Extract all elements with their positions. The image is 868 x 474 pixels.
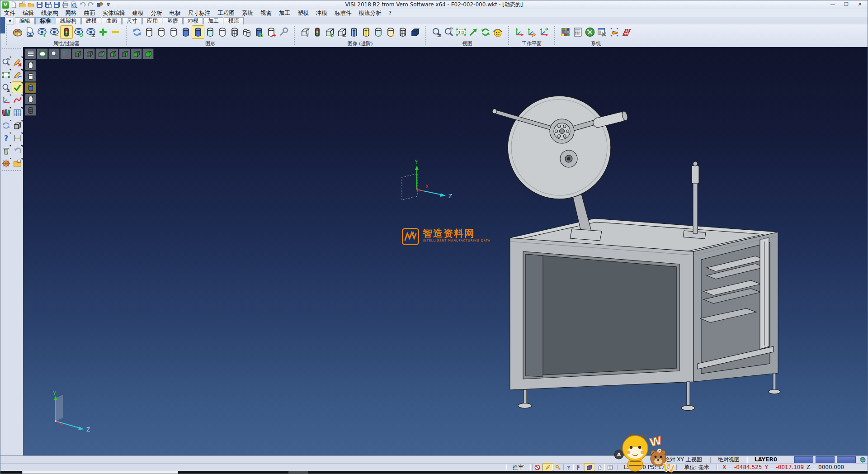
refresh-cylinder-icon[interactable]: ↻ — [253, 26, 265, 38]
validate-check-icon[interactable] — [12, 82, 23, 93]
flags-icon[interactable] — [574, 464, 584, 471]
zoom-one-to-one-icon[interactable]: 1:1 — [455, 26, 467, 38]
filter-page-icon[interactable] — [24, 26, 36, 38]
hidden-line-cylinder-icon[interactable] — [156, 26, 167, 38]
hide-all-icon[interactable] — [109, 26, 121, 38]
refresh-view-icon[interactable] — [480, 26, 491, 38]
draw-spline-icon[interactable] — [12, 69, 23, 80]
menu-item-分析[interactable]: 分析 — [147, 9, 166, 17]
active-layer-label[interactable]: LAYER0 — [749, 456, 783, 463]
context-help-icon[interactable]: ? — [563, 464, 574, 471]
add-image-cube-icon[interactable]: + — [299, 26, 311, 38]
view-top-icon[interactable] — [72, 48, 83, 59]
tab-标准[interactable]: 标准 — [35, 17, 55, 24]
view-front-icon[interactable] — [131, 48, 142, 59]
regenerate-icon[interactable] — [1, 120, 11, 131]
menu-item-网格[interactable]: 网格 — [62, 9, 80, 17]
solid-navy-cube-icon[interactable] — [409, 26, 421, 38]
close-button[interactable]: ✕ — [853, 0, 867, 9]
edit-curve-icon[interactable] — [12, 95, 23, 105]
menu-item-视窗[interactable]: 视窗 — [257, 9, 275, 17]
windows-taskbar[interactable] — [0, 471, 868, 474]
taskbar-segment[interactable] — [288, 471, 308, 474]
menu-item-加工[interactable]: 加工 — [275, 9, 294, 17]
menu-item-曲面[interactable]: 曲面 — [80, 9, 99, 17]
transparent-cylinder-icon[interactable] — [204, 26, 216, 38]
tabbar-dropdown[interactable]: ▼ — [6, 18, 14, 24]
refresh-image-icon[interactable]: ↻ — [324, 26, 335, 38]
menu-item-尺寸标注[interactable]: 尺寸标注 — [184, 9, 214, 17]
maximize-button[interactable]: ❐ — [840, 0, 853, 9]
tab-曲面[interactable]: 曲面 — [102, 17, 122, 24]
layers-books-icon[interactable] — [1, 107, 11, 118]
tab-线架构[interactable]: 线架构 — [56, 17, 81, 24]
solid-cube-icon[interactable] — [12, 120, 23, 131]
attributes-palette-icon[interactable] — [12, 26, 24, 38]
menu-item-文件[interactable]: 文件 — [0, 9, 19, 17]
menu-item-系统[interactable]: 系统 — [238, 9, 257, 17]
undo-icon[interactable] — [79, 1, 86, 9]
render-smiley-icon[interactable] — [492, 26, 504, 38]
view-axes-icon[interactable] — [60, 48, 71, 59]
open-file-icon[interactable] — [19, 1, 26, 9]
view-bottom-icon[interactable] — [84, 48, 95, 59]
tab-模流[interactable]: 模流 — [224, 17, 244, 24]
zoom-extents-icon[interactable] — [467, 26, 479, 38]
layer-color-swatches[interactable] — [794, 456, 856, 463]
redo-icon[interactable] — [87, 1, 95, 9]
globe-icon[interactable] — [859, 456, 866, 463]
tab-编辑[interactable]: 编辑 — [15, 17, 35, 24]
menu-item-电极[interactable]: 电极 — [166, 9, 184, 17]
attributes-manager-icon[interactable] — [572, 26, 584, 38]
view-zoom-icon[interactable] — [48, 48, 60, 59]
view-iso-icon[interactable] — [142, 48, 154, 59]
absolute-view-label[interactable]: 绝对视图 — [712, 456, 745, 464]
menu-item-标准件[interactable]: 标准件 — [331, 9, 355, 17]
access-key-icon[interactable] — [553, 464, 563, 471]
view-back-icon[interactable] — [95, 48, 107, 59]
ucs-cube-icon[interactable] — [584, 464, 594, 471]
select-box-icon[interactable] — [1, 69, 11, 80]
app-badge-icon[interactable] — [96, 1, 104, 9]
save-as-icon[interactable] — [44, 1, 52, 9]
workplane-edit-icon[interactable] — [526, 26, 538, 38]
viewport-3d[interactable]: Y Z X Y Z — [23, 47, 868, 455]
toggle-image-icon[interactable]: ± — [336, 26, 348, 38]
wcs-axes-icon[interactable] — [1, 95, 11, 105]
grid-plane-icon[interactable] — [621, 26, 632, 38]
measure-distance-icon[interactable] — [12, 133, 23, 143]
workplane-axes-icon[interactable] — [514, 26, 525, 38]
snap-circle-icon[interactable] — [532, 464, 542, 471]
layer-swatch[interactable] — [816, 456, 835, 463]
shaded-small-cylinder-icon[interactable] — [180, 26, 192, 38]
layer-swatch[interactable] — [837, 456, 856, 463]
print-icon[interactable] — [61, 1, 69, 9]
regen-graphics-icon[interactable] — [131, 26, 143, 38]
open-model-icon[interactable] — [12, 158, 23, 169]
tab-应用[interactable]: 应用 — [142, 17, 162, 24]
lock-toggle-label[interactable]: 拴牢 — [508, 464, 528, 471]
menu-item-模流分析[interactable]: 模流分析 — [355, 9, 385, 17]
image-traffic-icon[interactable] — [311, 26, 323, 38]
snap-feather-icon[interactable] — [542, 464, 553, 471]
shading-edges-icon[interactable] — [25, 94, 36, 104]
viewbar-menu-icon[interactable] — [25, 48, 36, 59]
system-settings-icon[interactable] — [584, 26, 596, 38]
menu-item-建模[interactable]: 建模 — [129, 9, 147, 17]
arrow-cylinder-icon[interactable]: → — [265, 26, 277, 38]
navigator-helm-icon[interactable] — [1, 158, 11, 169]
invert-visibility-icon[interactable]: ± — [85, 26, 97, 38]
graphics-settings-icon[interactable] — [278, 26, 289, 38]
undo-arrow-icon[interactable] — [12, 145, 23, 156]
view-select-icon[interactable] — [37, 48, 48, 59]
zoom-search-icon[interactable] — [1, 57, 11, 67]
erase-entity-icon[interactable] — [12, 57, 23, 67]
mesh-cylinder-icon[interactable] — [229, 26, 241, 38]
refresh-visibility-icon[interactable]: ↻ — [73, 26, 85, 38]
menu-item-实体编辑[interactable]: 实体编辑 — [99, 9, 129, 17]
menu-item-?[interactable]: ? — [385, 9, 396, 17]
show-all-icon[interactable] — [97, 26, 109, 38]
selection-options-icon[interactable] — [609, 26, 620, 38]
glove-icon[interactable] — [594, 464, 605, 471]
wireframe-cylinder-icon[interactable] — [143, 26, 155, 38]
